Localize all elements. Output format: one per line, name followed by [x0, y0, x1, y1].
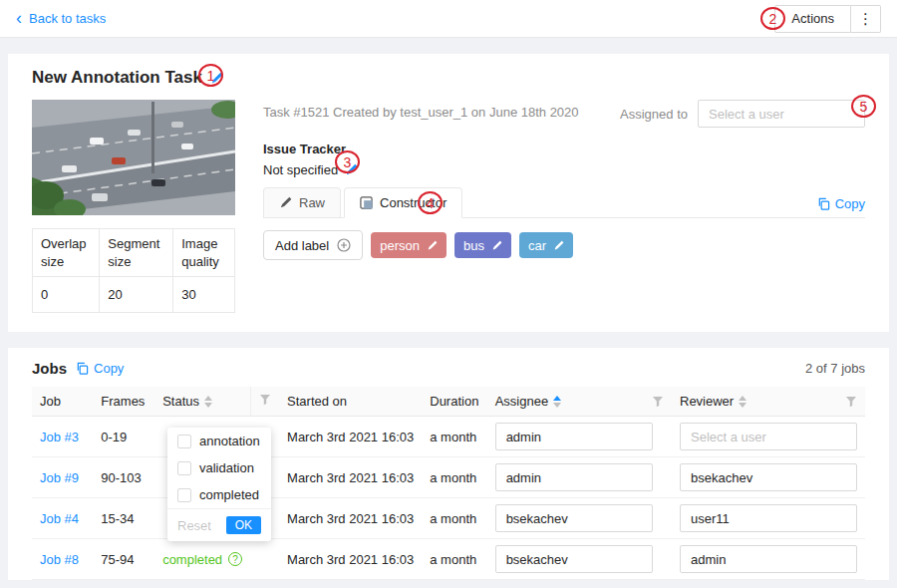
filter-dropdown-footer: Reset OK: [167, 508, 271, 541]
assigned-to-block: Assigned to: [620, 100, 865, 128]
job-assignee-input[interactable]: [495, 545, 653, 573]
task-page: ‹ Back to tasks Actions ⋮ New Annotation…: [0, 0, 897, 588]
copy-icon: [76, 362, 89, 375]
param-value-overlap: 0: [33, 277, 100, 313]
question-circle-icon[interactable]: ?: [228, 552, 242, 566]
job-link[interactable]: Job #9: [40, 470, 79, 485]
plus-circle-icon: [337, 238, 351, 252]
job-duration: a month: [422, 498, 486, 539]
param-header-overlap: Overlap size: [33, 229, 100, 277]
task-right-column: Task #1521 Created by test_user_1 on Jun…: [263, 100, 865, 314]
task-meta: Task #1521 Created by test_user_1 on Jun…: [263, 100, 579, 120]
filter-option-validation[interactable]: validation: [167, 454, 271, 481]
copy-labels-link[interactable]: Copy: [817, 196, 865, 217]
job-row: Job #9 90-103 March 3rd 2021 16:03 a mon…: [32, 457, 865, 498]
filter-option-annotation-label: annotation: [199, 434, 260, 448]
job-link[interactable]: Job #8: [40, 552, 79, 567]
road-scene-image: [32, 100, 235, 215]
edit-label-icon[interactable]: [553, 240, 564, 251]
jobs-count: 2 of 7 jobs: [805, 361, 865, 376]
task-left-column: Overlap size Segment size Image quality …: [32, 100, 235, 314]
actions-menu-button[interactable]: ⋮: [851, 5, 881, 33]
label-chip-bus[interactable]: bus: [454, 232, 511, 258]
task-title: New Annotation Task: [32, 68, 202, 88]
status-header-label: Status: [162, 394, 199, 409]
column-header-started: Started on: [279, 387, 422, 417]
job-row: Job #4 15-34 March 3rd 2021 16:03 a mont…: [32, 498, 865, 539]
copy-icon: [817, 197, 830, 210]
jobs-header: Jobs Copy 2 of 7 jobs: [32, 360, 865, 387]
job-reviewer-input[interactable]: [680, 545, 857, 573]
add-label-text: Add label: [275, 238, 329, 253]
label-chip-person-name: person: [380, 238, 420, 253]
tab-constructor[interactable]: Constructor: [344, 187, 462, 218]
jobs-title: Jobs: [32, 360, 67, 377]
job-link[interactable]: Job #4: [40, 511, 79, 526]
job-link[interactable]: Job #3: [40, 430, 79, 444]
job-frames: 0-19: [93, 417, 154, 457]
task-parameters-table: Overlap size Segment size Image quality …: [32, 228, 235, 313]
job-frames: 15-34: [93, 498, 154, 539]
filter-option-completed[interactable]: completed: [167, 481, 271, 508]
job-assignee-input[interactable]: [495, 423, 653, 450]
filter-option-annotation[interactable]: annotation: [167, 428, 271, 454]
job-frames: 75-94: [93, 539, 154, 580]
actions-button-group: Actions ⋮: [774, 5, 881, 33]
job-assignee-input[interactable]: [495, 463, 653, 491]
job-duration: a month: [422, 539, 486, 580]
edit-label-icon[interactable]: [491, 240, 502, 251]
jobs-card: Jobs Copy 2 of 7 jobs Job Frames Status: [8, 348, 889, 580]
labels-constructor-area: Add label person bus car: [263, 218, 865, 314]
param-header-segment: Segment size: [100, 229, 173, 277]
edit-label-icon[interactable]: [427, 240, 438, 251]
callout-2: 2: [760, 7, 785, 30]
label-chip-car[interactable]: car: [519, 232, 573, 258]
job-duration: a month: [422, 417, 486, 457]
param-header-quality: Image quality: [173, 229, 235, 277]
job-duration: a month: [422, 457, 486, 498]
job-started: March 3rd 2021 16:03: [279, 417, 422, 457]
assignee-filter-icon[interactable]: [652, 396, 664, 408]
callout-4: 4: [418, 191, 443, 214]
constructor-icon: [360, 196, 373, 209]
tab-raw[interactable]: Raw: [263, 187, 341, 217]
back-to-tasks-link[interactable]: ‹ Back to tasks: [16, 11, 106, 27]
filter-funnel-icon: [259, 394, 271, 406]
status-filter-button[interactable]: [250, 387, 279, 417]
column-header-assignee: Assignee: [487, 387, 672, 417]
checkbox-annotation[interactable]: [177, 435, 191, 448]
actions-button[interactable]: Actions: [774, 5, 851, 33]
job-reviewer-input[interactable]: [680, 504, 857, 532]
copy-labels-label: Copy: [835, 196, 865, 211]
job-status-completed: completed ?: [162, 552, 242, 567]
job-assignee-input[interactable]: [495, 504, 653, 532]
tab-raw-label: Raw: [299, 195, 325, 210]
status-sort-carets[interactable]: [204, 396, 212, 408]
filter-ok-button[interactable]: OK: [226, 516, 261, 534]
job-reviewer-input[interactable]: [680, 463, 857, 491]
job-frames: 90-103: [93, 457, 154, 498]
copy-jobs-link[interactable]: Copy: [76, 361, 124, 376]
callout-3: 3: [335, 150, 360, 173]
checkbox-completed[interactable]: [177, 488, 191, 502]
label-chip-person[interactable]: person: [371, 232, 447, 258]
ellipsis-vertical-icon: ⋮: [858, 10, 873, 27]
assignee-sort-carets[interactable]: [553, 396, 561, 408]
job-reviewer-input[interactable]: [680, 423, 857, 450]
column-header-frames: Frames: [93, 387, 154, 417]
job-started: March 3rd 2021 16:03: [279, 539, 422, 580]
param-value-quality: 30: [173, 277, 235, 313]
task-details-card: New Annotation Task: [8, 54, 889, 332]
task-preview-image: [32, 100, 235, 215]
task-title-row: New Annotation Task: [32, 68, 865, 88]
status-filter-dropdown: annotation validation completed Reset OK: [167, 428, 271, 541]
column-header-job: Job: [32, 387, 93, 417]
add-label-button[interactable]: Add label: [263, 230, 363, 260]
task-assignee-input[interactable]: [698, 100, 865, 128]
column-header-status: Status: [154, 387, 250, 417]
reviewer-filter-icon[interactable]: [845, 396, 857, 408]
filter-reset-button[interactable]: Reset: [177, 518, 211, 533]
chevron-left-icon: ‹: [16, 9, 22, 27]
reviewer-sort-carets[interactable]: [739, 396, 747, 408]
checkbox-validation[interactable]: [177, 461, 191, 475]
